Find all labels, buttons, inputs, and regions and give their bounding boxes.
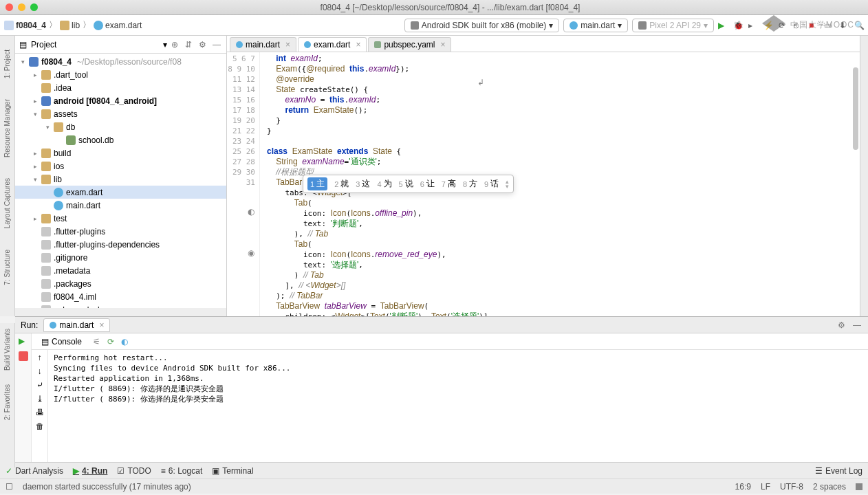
tree-node[interactable]: .idea xyxy=(15,81,226,94)
ime-candidate[interactable]: 6让 xyxy=(420,178,435,190)
ime-candidate[interactable]: 8方 xyxy=(463,178,477,190)
lock-icon[interactable] xyxy=(856,483,862,490)
sdk-manager-icon[interactable]: ⬇ xyxy=(839,21,849,30)
close-tab-icon[interactable]: × xyxy=(356,40,360,50)
tree-node[interactable]: .metadata xyxy=(15,264,226,277)
project-tree[interactable]: ▾ f0804_4 ~/Desktop/lesson/source/f08 ▸.… xyxy=(15,54,226,308)
print-icon[interactable]: 🖶 xyxy=(36,408,44,417)
v-scrollbar[interactable] xyxy=(853,67,858,150)
rerun-icon[interactable]: ▶ xyxy=(19,336,28,346)
editor-tab[interactable]: pubspec.yaml× xyxy=(368,37,451,52)
settings-icon[interactable]: ⚙ xyxy=(199,40,208,50)
run-icon[interactable]: ▶ xyxy=(718,21,728,30)
breadcrumb-project[interactable]: f0804_4 xyxy=(4,21,46,30)
ime-candidate[interactable]: 3这 xyxy=(356,178,370,190)
chevron-down-icon[interactable]: ▾ xyxy=(163,40,167,50)
rail-build-variants[interactable]: Build Variants xyxy=(3,329,11,371)
ime-candidate-popup[interactable]: 1主2就3这4为5说6让7高8方9话▴▾ xyxy=(303,175,514,193)
caret-position[interactable]: 16:9 xyxy=(735,482,751,492)
tree-node[interactable]: school.db xyxy=(15,133,226,146)
override-gutter-icon[interactable]: ↲ xyxy=(477,78,487,87)
rail-structure[interactable]: 7: Structure xyxy=(3,250,11,285)
search-icon[interactable]: 🔍 xyxy=(854,21,864,30)
tab-logcat[interactable]: ≡6: Logcat xyxy=(161,466,202,476)
tree-node[interactable]: ▾lib xyxy=(15,173,226,186)
profile-icon[interactable]: ⚡ xyxy=(763,21,773,30)
open-devtools-icon[interactable]: ◐ xyxy=(121,337,128,346)
ime-page-arrows[interactable]: ▴▾ xyxy=(506,179,509,189)
console-output[interactable]: Performing hot restart... Syncing files … xyxy=(48,350,868,462)
preview-gutter-icon[interactable]: ◉ xyxy=(248,248,257,258)
ime-candidate[interactable]: 4为 xyxy=(377,178,391,190)
tab-run[interactable]: ▶4: Run xyxy=(73,466,107,476)
tree-node[interactable]: ▸.dart_tool xyxy=(15,68,226,81)
minimize-window-icon[interactable] xyxy=(18,3,25,11)
tree-root[interactable]: ▾ f0804_4 ~/Desktop/lesson/source/f08 xyxy=(15,55,226,68)
clear-icon[interactable]: 🗑 xyxy=(36,421,44,431)
stop-icon[interactable]: ■ xyxy=(809,21,818,30)
tree-node[interactable]: ▸ios xyxy=(15,160,226,173)
collapse-icon[interactable]: ⇵ xyxy=(185,40,195,50)
console-tab[interactable]: ▤Console xyxy=(37,337,86,346)
project-panel-title[interactable]: Project xyxy=(31,40,159,50)
tree-node[interactable]: .gitignore xyxy=(15,251,226,264)
attach-icon[interactable]: ⎋ xyxy=(794,21,803,30)
avd-selector[interactable]: Pixel 2 API 29 ▾ xyxy=(632,19,714,32)
scroll-end-icon[interactable]: ⤓ xyxy=(36,394,43,404)
editor-tab[interactable]: main.dart× xyxy=(230,37,296,52)
ime-candidate[interactable]: 1主 xyxy=(307,177,327,190)
line-sep[interactable]: LF xyxy=(761,482,770,492)
soft-wrap-icon[interactable]: ⤶ xyxy=(36,380,43,390)
tab-terminal[interactable]: ▣Terminal xyxy=(212,466,253,476)
close-window-icon[interactable] xyxy=(6,3,13,11)
ime-candidate[interactable]: 7高 xyxy=(442,178,456,190)
project-dropdown-icon[interactable]: ▤ xyxy=(19,40,27,50)
settings-icon[interactable]: ⚙ xyxy=(838,320,847,330)
breadcrumb-file[interactable]: exam.dart xyxy=(94,21,142,30)
device-selector[interactable]: Android SDK built for x86 (mobile) ▾ xyxy=(404,19,559,32)
hot-reload-icon[interactable]: ⟳ xyxy=(107,337,114,346)
avd-manager-icon[interactable]: ▭ xyxy=(824,21,834,30)
line-gutter[interactable]: 5 6 7 8 9 10 11 12 13 14 15 16 17 18 19 … xyxy=(227,52,260,316)
tree-node[interactable]: ▸android [f0804_4_android] xyxy=(15,94,226,107)
filter-icon[interactable]: ⚟ xyxy=(93,337,100,346)
tree-node[interactable]: .packages xyxy=(15,277,226,290)
ime-candidate[interactable]: 2就 xyxy=(334,178,349,190)
up-stack-icon[interactable]: ↑ xyxy=(38,353,42,362)
hide-panel-icon[interactable]: — xyxy=(853,320,862,330)
indent-setting[interactable]: 2 spaces xyxy=(813,482,846,492)
breakpoint-gutter-icon[interactable]: ◐ xyxy=(248,207,257,217)
close-tab-icon[interactable]: × xyxy=(440,40,445,50)
tree-node[interactable]: pubspec.lock xyxy=(15,303,226,308)
ime-candidate[interactable]: 5说 xyxy=(399,178,413,190)
tree-node[interactable]: .flutter-plugins-dependencies xyxy=(15,238,226,251)
rail-project[interactable]: 1: Project xyxy=(3,50,11,78)
tree-node[interactable]: ▾db xyxy=(15,120,226,133)
tree-node[interactable]: main.dart xyxy=(15,199,226,212)
file-encoding[interactable]: UTF-8 xyxy=(780,482,803,492)
select-opened-icon[interactable]: ⊕ xyxy=(171,40,181,50)
down-stack-icon[interactable]: ↓ xyxy=(38,366,42,376)
debug-icon[interactable]: 🐞 xyxy=(733,21,743,30)
rail-resource-manager[interactable]: Resource Manager xyxy=(3,99,11,157)
tree-node[interactable]: ▸build xyxy=(15,146,226,160)
run-config-tab[interactable]: main.dart× xyxy=(43,318,110,332)
close-tab-icon[interactable]: × xyxy=(99,320,104,330)
tab-todo[interactable]: ☑TODO xyxy=(117,466,151,476)
hot-reload-icon[interactable]: ⟳ xyxy=(779,21,788,30)
tree-node[interactable]: ▾assets xyxy=(15,107,226,120)
close-tab-icon[interactable]: × xyxy=(285,40,290,50)
h-scrollbar[interactable] xyxy=(15,308,226,316)
rail-favorites[interactable]: 2: Favorites xyxy=(3,384,11,420)
run-config-selector[interactable]: main.dart ▾ xyxy=(563,19,628,32)
ime-candidate[interactable]: 9话 xyxy=(484,178,499,190)
tab-event-log[interactable]: ☰Event Log xyxy=(815,466,862,476)
tree-node[interactable]: ▸test xyxy=(15,212,226,225)
rail-layout-captures[interactable]: Layout Captures xyxy=(3,178,11,228)
hide-panel-icon[interactable]: — xyxy=(213,40,222,50)
tree-node[interactable]: .flutter-plugins xyxy=(15,225,226,238)
tree-node[interactable]: f0804_4.iml xyxy=(15,290,226,303)
zoom-window-icon[interactable] xyxy=(30,3,38,11)
tree-node[interactable]: exam.dart xyxy=(15,186,226,199)
breadcrumb-folder[interactable]: lib xyxy=(60,21,80,30)
